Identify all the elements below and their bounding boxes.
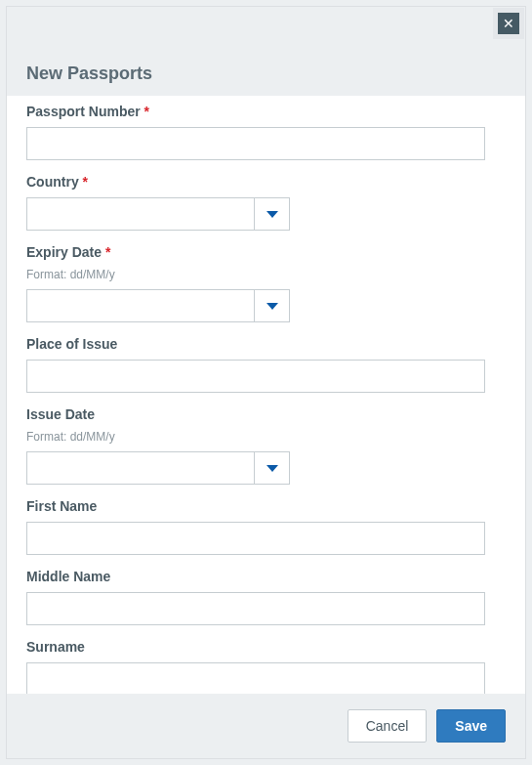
required-marker: * <box>144 104 149 119</box>
field-expiry-date: Expiry Date * Format: dd/MM/y <box>26 244 506 322</box>
chevron-down-icon <box>266 303 278 310</box>
cancel-button[interactable]: Cancel <box>348 709 428 743</box>
required-marker: * <box>83 174 88 190</box>
field-first-name: First Name <box>26 498 506 555</box>
hint-expiry-date: Format: dd/MM/y <box>26 268 506 281</box>
country-combobox <box>26 197 290 231</box>
expiry-date-combobox <box>26 289 290 322</box>
save-button[interactable]: Save <box>436 709 506 743</box>
modal-body: Passport Number * Country * Expiry Date … <box>7 96 525 694</box>
field-place-of-issue: Place of Issue <box>26 336 506 393</box>
modal-footer: Cancel Save <box>7 694 525 758</box>
first-name-input[interactable] <box>26 522 485 555</box>
hint-issue-date: Format: dd/MM/y <box>26 430 506 444</box>
label-text: Country <box>26 174 79 190</box>
modal-header: New Passports <box>7 7 525 96</box>
label-surname: Surname <box>26 639 506 655</box>
close-button-wrap: ✕ <box>493 8 524 39</box>
label-text: Surname <box>26 639 85 655</box>
field-country: Country * <box>26 174 506 231</box>
label-text: Passport Number <box>26 104 141 119</box>
issue-date-combobox <box>26 451 290 485</box>
label-country: Country * <box>26 174 506 190</box>
label-text: Issue Date <box>26 406 95 422</box>
field-middle-name: Middle Name <box>26 569 506 625</box>
issue-date-input[interactable] <box>26 451 255 485</box>
field-issue-date: Issue Date Format: dd/MM/y <box>26 406 506 485</box>
label-issue-date: Issue Date <box>26 406 506 422</box>
field-passport-number: Passport Number * <box>26 104 506 160</box>
issue-date-dropdown-button[interactable] <box>255 451 290 485</box>
passport-number-input[interactable] <box>26 127 485 160</box>
modal-title: New Passports <box>26 64 506 84</box>
new-passports-modal: ✕ New Passports Passport Number * Countr… <box>6 6 526 759</box>
label-first-name: First Name <box>26 498 506 514</box>
chevron-down-icon <box>266 211 278 218</box>
label-middle-name: Middle Name <box>26 569 506 584</box>
country-dropdown-button[interactable] <box>255 197 290 231</box>
place-of-issue-input[interactable] <box>26 360 485 393</box>
label-text: Middle Name <box>26 569 110 584</box>
expiry-date-input[interactable] <box>26 289 255 322</box>
label-place-of-issue: Place of Issue <box>26 336 506 352</box>
label-text: First Name <box>26 498 97 514</box>
chevron-down-icon <box>266 465 278 472</box>
label-text: Place of Issue <box>26 336 117 352</box>
label-passport-number: Passport Number * <box>26 104 506 119</box>
surname-input[interactable] <box>26 662 485 694</box>
expiry-date-dropdown-button[interactable] <box>255 289 290 322</box>
required-marker: * <box>105 244 110 260</box>
field-surname: Surname <box>26 639 506 694</box>
middle-name-input[interactable] <box>26 592 485 625</box>
label-text: Expiry Date <box>26 244 102 260</box>
close-button[interactable]: ✕ <box>498 13 519 34</box>
country-input[interactable] <box>26 197 255 231</box>
label-expiry-date: Expiry Date * <box>26 244 506 260</box>
close-icon: ✕ <box>503 17 514 30</box>
